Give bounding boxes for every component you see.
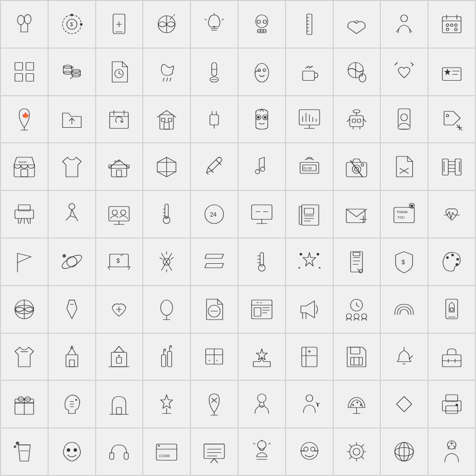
cell-hospital xyxy=(96,334,143,380)
svg-rect-345 xyxy=(124,453,129,459)
svg-rect-73 xyxy=(303,71,315,80)
svg-point-243 xyxy=(456,263,458,266)
svg-rect-56 xyxy=(72,71,81,75)
svg-point-46 xyxy=(446,28,449,31)
cell-cafe xyxy=(96,143,143,190)
svg-rect-23 xyxy=(256,15,268,28)
cell-globe-broken xyxy=(143,1,190,48)
svg-rect-156 xyxy=(442,159,448,175)
svg-rect-199 xyxy=(394,207,414,223)
svg-text:CODE: CODE xyxy=(159,454,170,458)
cell-bar-chart-monitor xyxy=(286,96,333,143)
cell-owl xyxy=(238,96,285,143)
svg-rect-336 xyxy=(446,406,458,414)
svg-line-305 xyxy=(409,356,413,359)
cell-toolbox xyxy=(428,334,475,380)
svg-line-268 xyxy=(357,305,359,307)
cell-face-mask xyxy=(286,428,333,475)
cell-med-storage xyxy=(286,334,333,380)
svg-rect-157 xyxy=(455,159,461,175)
svg-text:$: $ xyxy=(70,21,73,27)
cell-map-pin-canada: 🍁 xyxy=(1,96,48,143)
svg-marker-83 xyxy=(444,68,451,75)
cell-browser xyxy=(238,286,285,333)
svg-rect-236 xyxy=(353,253,360,256)
cell-hot-coffee xyxy=(286,49,333,95)
svg-rect-50 xyxy=(15,73,23,81)
cell-folder-upload xyxy=(49,96,95,143)
cell-globe-mouse xyxy=(334,49,380,95)
cell-shirt-design xyxy=(1,334,48,380)
svg-rect-128 xyxy=(14,165,34,177)
svg-point-124 xyxy=(446,115,449,117)
svg-rect-49 xyxy=(26,62,34,70)
cell-ruler xyxy=(286,1,333,48)
cell-presentation xyxy=(191,428,238,475)
svg-line-145 xyxy=(259,157,265,159)
cell-headphones xyxy=(96,428,143,475)
cell-thermometer xyxy=(143,191,190,238)
cell-globe-network xyxy=(381,428,427,475)
cell-nurse xyxy=(428,428,475,475)
svg-rect-318 xyxy=(117,408,122,414)
cell-gift xyxy=(1,381,48,427)
cell-wifi-display: 01:00 xyxy=(286,143,333,190)
cell-map-pin-x xyxy=(191,381,238,427)
svg-point-356 xyxy=(257,441,266,449)
cell-megaphone xyxy=(286,286,333,333)
svg-rect-280 xyxy=(112,353,127,367)
icon-grid: $ xyxy=(0,0,476,476)
svg-point-241 xyxy=(451,254,454,256)
svg-marker-221 xyxy=(205,263,224,268)
cell-doc-clock xyxy=(96,49,143,95)
cell-phone-plus xyxy=(96,1,143,48)
cell-podium xyxy=(143,381,190,427)
svg-line-376 xyxy=(350,457,352,459)
svg-point-273 xyxy=(450,307,454,311)
cell-doc-x xyxy=(381,143,427,190)
svg-text:SHOP: SHOP xyxy=(18,160,27,164)
svg-point-251 xyxy=(161,300,173,315)
svg-line-358 xyxy=(253,443,255,444)
svg-rect-164 xyxy=(15,210,34,219)
svg-point-270 xyxy=(354,313,359,319)
svg-line-65 xyxy=(170,78,171,81)
svg-point-171 xyxy=(69,204,75,209)
cell-shopping-list xyxy=(334,238,380,285)
svg-point-122 xyxy=(401,114,408,121)
svg-rect-95 xyxy=(164,122,170,129)
cell-dollar-orbit: $ xyxy=(49,1,95,48)
svg-rect-51 xyxy=(26,73,34,81)
svg-marker-227 xyxy=(303,253,316,266)
svg-point-271 xyxy=(362,313,367,319)
svg-point-47 xyxy=(455,28,457,31)
cell-candles xyxy=(143,334,190,380)
svg-point-24 xyxy=(257,20,260,23)
cell-calendar-bingo xyxy=(428,1,475,48)
svg-line-219 xyxy=(160,257,162,259)
svg-point-0 xyxy=(17,16,24,25)
cell-stars xyxy=(286,238,333,285)
cell-rainbow xyxy=(381,286,427,333)
svg-line-139 xyxy=(206,173,208,175)
cell-team-time xyxy=(334,286,380,333)
cell-flag xyxy=(1,238,48,285)
svg-point-70 xyxy=(255,63,269,82)
svg-rect-39 xyxy=(442,17,461,33)
cell-coins-exchange xyxy=(49,49,95,95)
svg-marker-282 xyxy=(114,346,124,352)
svg-line-218 xyxy=(171,257,173,259)
svg-rect-232 xyxy=(351,252,363,272)
cell-pencil xyxy=(191,143,238,190)
cell-hearts-sparkle xyxy=(381,49,427,95)
svg-text:🍁: 🍁 xyxy=(22,112,30,119)
svg-line-209 xyxy=(108,267,110,269)
svg-point-316 xyxy=(75,399,77,401)
svg-rect-349 xyxy=(204,444,224,459)
cell-gear-coin xyxy=(334,428,380,475)
svg-marker-333 xyxy=(397,397,412,412)
svg-marker-319 xyxy=(161,395,173,408)
svg-line-20 xyxy=(205,19,207,20)
svg-marker-220 xyxy=(205,254,224,258)
cell-shredder xyxy=(1,191,48,238)
